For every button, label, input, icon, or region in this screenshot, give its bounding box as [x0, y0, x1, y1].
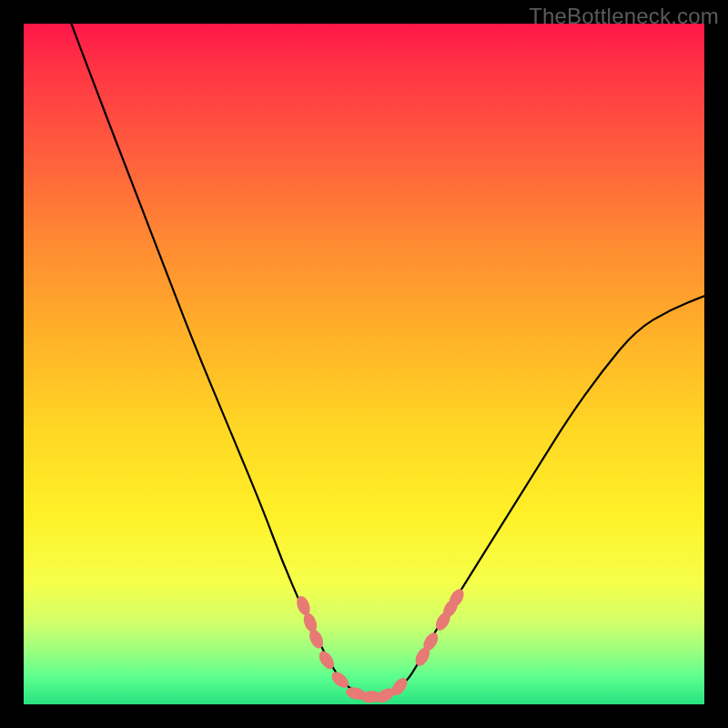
watermark-text: TheBottleneck.com — [529, 4, 719, 29]
curve-marker — [433, 610, 453, 633]
bottleneck-curve — [71, 24, 704, 698]
curve-marker — [345, 685, 367, 702]
curve-marker — [307, 627, 326, 650]
curve-marker — [360, 690, 381, 703]
curve-markers — [294, 587, 467, 704]
curve-marker — [420, 630, 440, 653]
curve-marker — [301, 612, 319, 634]
curve-marker — [440, 597, 460, 621]
curve-marker — [373, 685, 397, 704]
plot-area — [24, 24, 704, 704]
curve-marker — [294, 594, 312, 617]
curve-marker — [389, 675, 410, 698]
curve-marker — [316, 649, 337, 672]
curve-layer — [24, 24, 704, 704]
chart-frame: TheBottleneck.com — [0, 0, 728, 728]
curve-marker — [329, 669, 351, 691]
curve-marker — [412, 645, 432, 669]
curve-marker — [446, 587, 466, 611]
